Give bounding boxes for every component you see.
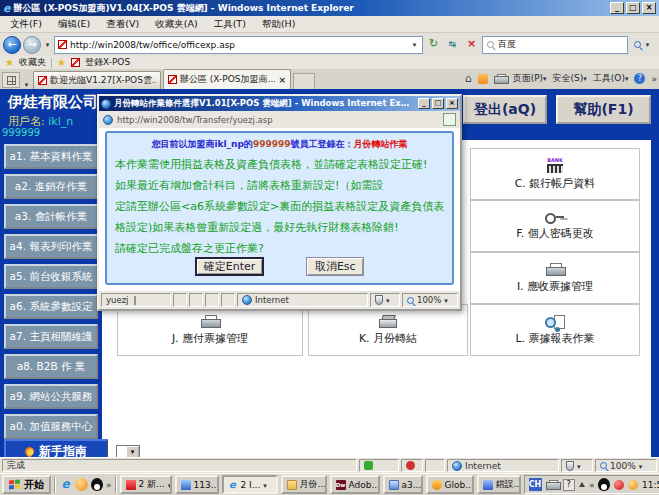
tray-red-icon[interactable] (614, 480, 624, 490)
compatibility-icon[interactable] (444, 36, 461, 53)
taskbar-separator (54, 477, 56, 493)
stop-icon[interactable] (463, 36, 480, 53)
menu-help[interactable]: 帮助(H) (254, 17, 304, 32)
new-tab-stub[interactable] (293, 73, 315, 89)
quick-launch-qq-icon[interactable] (91, 478, 103, 491)
dialog-maximize-button[interactable]: □ (432, 98, 444, 109)
task-button-doc[interactable]: a3... (383, 475, 423, 494)
sidebar-item-a3[interactable]: a3. 會計帳作業 (4, 204, 98, 229)
start-button[interactable]: 开始 (2, 475, 51, 494)
page-menu-button[interactable]: 页面(P) (513, 72, 547, 85)
favorite-item[interactable]: 登錄X-POS (85, 56, 130, 69)
help-icon[interactable] (634, 73, 645, 84)
cancel-button[interactable]: 取消Esc (306, 257, 364, 276)
menu-cell-note-reports[interactable]: L. 票據報表作業 (470, 304, 640, 356)
tab-office[interactable]: 辦公區 (X-POS加盟商... × (163, 69, 291, 89)
sidebar-item-a8[interactable]: a8. B2B 作 業 (4, 354, 98, 379)
dialog-status-segment (205, 293, 219, 307)
help-button[interactable]: 幫助(F1) (556, 95, 651, 124)
dialog-close-button[interactable]: × (446, 98, 458, 109)
tray-qq-icon[interactable] (598, 478, 610, 491)
status-protected-mode[interactable] (561, 459, 593, 472)
favorites-label[interactable]: 收藏夹 (19, 56, 46, 69)
select-dropdown-icon[interactable]: ▾ (126, 446, 139, 457)
sidebar-item-a1[interactable]: a1. 基本資料作業 (4, 144, 98, 169)
add-favorite-icon[interactable] (57, 58, 66, 68)
task-button-folder[interactable]: 月份... (281, 475, 327, 494)
back-button[interactable]: ← (3, 36, 21, 54)
menu-cell-label: K. 月份轉結 (359, 331, 417, 346)
history-dropdown-icon[interactable] (43, 41, 52, 49)
address-input[interactable] (70, 40, 407, 50)
menu-cell-payable-notes[interactable]: J. 應付票據管理 (117, 304, 303, 356)
search-go-button[interactable] (630, 36, 656, 54)
window-titlebar[interactable]: 辦公區 (X-POS加盟商)V1.04[X-POS 雲端網] - Windows… (0, 0, 659, 16)
tray-help-icon[interactable] (563, 479, 575, 491)
quick-tabs-button[interactable] (2, 72, 20, 88)
tab-close-icon[interactable]: × (278, 75, 286, 85)
sidebar-item-a0[interactable]: a0. 加值服務中心 (4, 414, 98, 439)
dialog-protected-mode[interactable] (370, 293, 400, 307)
dialog-body: 您目前以加盟商ikl_np的999999號員工登錄在：月份轉站作業 本作業需使用… (99, 128, 460, 291)
minimize-button[interactable]: _ (610, 2, 624, 14)
forward-button[interactable]: → (23, 36, 41, 54)
feeds-icon[interactable] (478, 74, 488, 84)
menu-cell-month-closing[interactable]: K. 月份轉結 (308, 304, 468, 356)
menu-tools[interactable]: 工具(T) (206, 17, 254, 32)
task-button-error[interactable]: 錯誤... (477, 475, 521, 494)
quick-launch-chevron-icon[interactable] (106, 480, 112, 490)
menu-favorites[interactable]: 收藏夹(A) (147, 17, 205, 32)
shield-icon (375, 295, 383, 305)
tab-list-dropdown-icon[interactable] (22, 81, 31, 89)
dialog-zoom[interactable]: 100% (402, 293, 458, 307)
task-button-adobe[interactable]: DwAdob... (330, 475, 380, 494)
menu-file[interactable]: 文件(F) (2, 17, 50, 32)
tab-welcome[interactable]: 歡迎光臨V1.27[X-POS雲... (33, 71, 161, 89)
menu-cell-change-password[interactable]: F. 個人密碼更改 (470, 200, 640, 252)
quick-launch-ie-icon[interactable] (59, 478, 72, 491)
print-icon[interactable] (494, 74, 507, 84)
sidebar-item-a6[interactable]: a6. 系統參數設定 (4, 294, 98, 319)
task-button-ie-active[interactable]: 2 I... (222, 475, 278, 494)
logout-button[interactable]: 登出(aQ) (463, 95, 547, 124)
month-select[interactable]: ▾ (116, 445, 140, 457)
chevron-more-icon[interactable] (651, 74, 657, 84)
task-button-2[interactable]: 113... (175, 475, 219, 494)
dialog-titlebar[interactable]: 月份轉站作業條件選擇V1.01[X-POS 雲端網] - Windows Int… (99, 96, 460, 111)
sidebar-item-a4[interactable]: a4. 報表列印作業 (4, 234, 98, 259)
task-button-glob[interactable]: Glob... (426, 475, 474, 494)
menu-edit[interactable]: 编辑(E) (50, 17, 98, 32)
sidebar-item-a5[interactable]: a5. 前台收銀系統 (4, 264, 98, 289)
zoom-dropdown-icon (639, 461, 643, 471)
status-addon-red (401, 459, 423, 472)
tab-welcome-label: 歡迎光臨V1.27[X-POS雲... (50, 74, 156, 87)
menu-cell-bank-accounts[interactable]: BANK C. 銀行帳戶資料 (470, 148, 640, 200)
search-input[interactable] (498, 40, 623, 50)
favorites-star-icon[interactable] (5, 58, 14, 68)
home-icon[interactable] (465, 72, 472, 85)
shield-icon (566, 461, 574, 471)
dialog-minimize-button[interactable]: _ (418, 98, 430, 109)
menu-cell-receivable-notes[interactable]: I. 應收票據管理 (470, 252, 640, 304)
newbie-guide-button[interactable]: 新手指南 (4, 439, 108, 457)
tray-arrow-icon[interactable] (579, 482, 585, 487)
confirm-button[interactable]: 確定Enter (195, 257, 265, 276)
addon-green-icon (364, 461, 373, 470)
maximize-button[interactable]: □ (626, 2, 640, 14)
status-zoom[interactable]: 100% (595, 459, 657, 472)
sidebar-item-a2[interactable]: a2. 進銷存作業 (4, 174, 98, 199)
quick-launch-app-icon[interactable] (75, 478, 88, 491)
tray-expand-icon[interactable] (589, 480, 595, 490)
task-button-1[interactable]: 2 新... (120, 475, 172, 494)
refresh-icon[interactable] (425, 36, 442, 53)
language-indicator[interactable]: CH (529, 478, 542, 491)
tools-menu-button[interactable]: 工具(O) (593, 72, 629, 85)
close-button[interactable]: × (642, 2, 656, 14)
sidebar-item-a7[interactable]: a7. 主頁相關維護 (4, 324, 98, 349)
tray-orange-icon[interactable] (628, 480, 638, 490)
sidebar-item-a9[interactable]: a9. 網站公共服務 (4, 384, 98, 409)
address-dropdown-icon[interactable] (410, 41, 419, 49)
tray-printer-icon[interactable] (546, 480, 559, 490)
safety-menu-button[interactable]: 安全(S) (553, 72, 587, 85)
menu-view[interactable]: 查看(V) (98, 17, 147, 32)
